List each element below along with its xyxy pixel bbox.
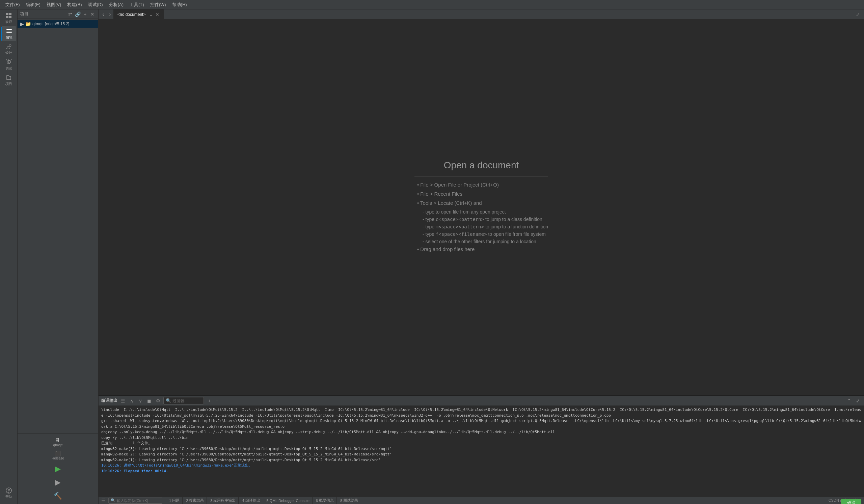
output-line-3: copy /y ..\..\lib\Qt5Mqtt.dll ..\..\bin xyxy=(101,435,861,441)
tree-folder-icon: ▶ xyxy=(20,21,24,27)
kit-config-label: Release xyxy=(52,456,64,460)
open-doc-hint: Open a document • File > Open File or Pr… xyxy=(415,160,548,255)
menu-item-help[interactable]: 帮助(H) xyxy=(169,1,190,9)
confirm-button[interactable]: 确提 xyxy=(841,499,861,504)
kit-project-area[interactable]: 🖥 qtmqtt xyxy=(52,436,64,448)
hint-drag-drop: • Drag and drop files here xyxy=(415,246,548,252)
kit-config-area[interactable]: ⬛ Release xyxy=(50,450,65,462)
status-tab-qml[interactable]: 5 QML Debugger Console xyxy=(264,497,313,504)
status-tab-more[interactable]: ⋯ xyxy=(362,497,371,504)
locate-input[interactable] xyxy=(117,499,157,503)
menu-item-edit[interactable]: 编辑(E) xyxy=(23,1,43,9)
status-tab-appoutput[interactable]: 3 应用程序输出 xyxy=(207,497,239,504)
output-stop-btn[interactable]: ◼ xyxy=(146,397,153,404)
status-bar: ☰ 🔍 1 问题 2 搜索结果 3 应用程序输出 4 xyxy=(98,496,864,504)
output-toolbar: 编译输出 ☰ ∧ ∨ ◼ ⚙ 🔍 + − ⌃ ⤢ xyxy=(98,396,864,406)
sidebar-edit-label: 编辑 xyxy=(6,35,12,40)
tab-nav-prev[interactable]: ‹ xyxy=(100,11,107,18)
debug-button[interactable]: ▶ xyxy=(52,476,64,489)
output-down-btn[interactable]: ∨ xyxy=(137,397,144,404)
sidebar-item-debug[interactable]: 调试 xyxy=(1,57,16,72)
status-tab-search[interactable]: 2 搜索结果 xyxy=(183,497,207,504)
tab-label: <no document> xyxy=(118,12,145,17)
editor-area: Open a document • File > Open File or Pr… xyxy=(98,20,864,395)
panel-link-btn[interactable]: 🔗 xyxy=(75,11,81,17)
search-add-btn[interactable]: + xyxy=(206,397,213,404)
menu-item-analyze[interactable]: 分析(A) xyxy=(106,1,126,9)
menu-item-view[interactable]: 视图(V) xyxy=(44,1,64,9)
output-expand-btn[interactable]: ⤢ xyxy=(854,397,861,404)
sidebar-item-project[interactable]: 项目 xyxy=(1,73,16,88)
menu-item-controls[interactable]: 控件(W) xyxy=(147,1,169,9)
output-title: 编译输出 xyxy=(101,398,118,404)
output-line-7: mingw32-make[1]: Leaving directory 'C:/U… xyxy=(101,457,861,463)
hint-tools-locate: • Tools > Locate (Ctrl+K) and xyxy=(415,200,548,206)
panel-add-btn[interactable]: + xyxy=(82,11,88,17)
hint-sub-open: - type to open file from any open projec… xyxy=(415,209,548,214)
output-icon-btn[interactable]: ☰ xyxy=(119,397,126,404)
tab-no-document[interactable]: <no document> ⌄ ✕ xyxy=(113,10,164,20)
icon-sidebar: 欢迎 编辑 设计 调试 xyxy=(0,10,17,504)
menu-bar: 文件(F) 编辑(E) 视图(V) 构建(B) 调试(D) 分析(A) 工具(T… xyxy=(0,0,864,10)
svg-point-7 xyxy=(9,45,11,47)
status-tab-compile[interactable]: 4 编译输出 xyxy=(239,497,263,504)
status-tab-summary[interactable]: 6 概要信息 xyxy=(313,497,337,504)
output-panel: 编译输出 ☰ ∧ ∨ ◼ ⚙ 🔍 + − ⌃ ⤢ \i xyxy=(98,395,864,496)
menu-item-tools[interactable]: 工具(T) xyxy=(127,1,147,9)
hint-divider xyxy=(415,176,548,176)
sidebar-item-edit[interactable]: 编辑 xyxy=(1,26,16,41)
hint-code-method: m<space><pattern> xyxy=(436,224,484,230)
svg-rect-5 xyxy=(7,31,12,32)
tab-dropdown-icon[interactable]: ⌄ xyxy=(149,11,153,17)
output-line-8: 10:10:26: 进程"C:\Qt\Tools\mingw810_64\bin… xyxy=(101,463,861,469)
sidebar-item-welcome[interactable]: 欢迎 xyxy=(1,11,16,26)
left-bottom-btns: 🖥 qtmqtt ⬛ Release ▶ ▶ 🔨 xyxy=(17,433,98,504)
output-line-1: g++ -shared -Wl,-subsystem,windows -Wl,-… xyxy=(101,418,861,429)
panel-close-btn[interactable]: ✕ xyxy=(89,11,96,17)
tab-num-3: 3 xyxy=(210,499,212,503)
search-icon: 🔍 xyxy=(166,398,171,403)
tab-num-5: 5 xyxy=(267,499,269,503)
output-settings-btn[interactable]: ⚙ xyxy=(155,397,161,404)
tab-num-2: 2 xyxy=(186,499,188,503)
output-elapsed-text: 10:10:26: Elapsed time: 00:14. xyxy=(101,469,168,473)
hint-sub-filters: - select one of the other filters for ju… xyxy=(415,239,548,244)
right-area: ‹ › <no document> ⌄ ✕ ⤢ Open a document … xyxy=(98,10,864,504)
status-tab-test[interactable]: 8 测试结果 xyxy=(337,497,361,504)
output-up-btn[interactable]: ∧ xyxy=(128,397,135,404)
output-content[interactable]: \include -I..\..\include\QtMqtt -I..\..\… xyxy=(98,406,864,496)
sidebar-item-help[interactable]: 帮助 xyxy=(1,486,16,501)
hint-file-open: • File > Open File or Project (Ctrl+O) xyxy=(415,182,548,187)
svg-point-10 xyxy=(9,492,9,493)
sidebar-item-design[interactable]: 设计 xyxy=(1,42,16,57)
menu-item-debug[interactable]: 调试(D) xyxy=(85,1,106,9)
tree-item-root[interactable]: ▶ 📁 qtmqtt [origin/5.15.2] xyxy=(17,20,98,28)
menu-item-file[interactable]: 文件(F) xyxy=(3,1,23,9)
tab-close-icon[interactable]: ✕ xyxy=(155,12,159,17)
output-search-input[interactable] xyxy=(172,398,200,403)
tree-project-icon: 📁 xyxy=(25,21,31,27)
build-button[interactable]: 🔨 xyxy=(52,490,64,502)
tab-label-problems: 问题 xyxy=(172,498,180,503)
locate-search-box: 🔍 xyxy=(108,497,162,504)
tab-expand-btn[interactable]: ⤢ xyxy=(853,12,863,17)
status-tab-problems[interactable]: 1 问题 xyxy=(166,497,183,504)
panel-sync-btn[interactable]: ⇄ xyxy=(67,11,73,17)
menu-item-build[interactable]: 构建(B) xyxy=(64,1,84,9)
output-line-4: 已复制 1 个文件。 xyxy=(101,441,861,446)
search-minus-btn[interactable]: − xyxy=(213,397,220,404)
hint-sub-class: - type c<space><pattern> to jump to a cl… xyxy=(415,217,548,222)
sidebar-toggle-btn[interactable]: ☰ xyxy=(101,498,106,503)
hint-code-file: f<space><filename> xyxy=(436,231,487,237)
hint-sub-method: - type m<space><pattern> to jump to a fu… xyxy=(415,224,548,230)
hint-recent-files: • File > Recent Files xyxy=(415,191,548,197)
output-search-box: 🔍 xyxy=(163,397,204,405)
run-button[interactable]: ▶ xyxy=(52,463,64,475)
tab-nav-next[interactable]: › xyxy=(107,11,113,18)
kit-label: qtmqtt xyxy=(53,443,63,447)
release-icon: ⬛ xyxy=(55,451,61,456)
svg-rect-4 xyxy=(7,29,12,30)
output-scroll-up-btn[interactable]: ⌃ xyxy=(846,397,853,404)
sidebar-help-label: 帮助 xyxy=(5,494,12,499)
output-process-link[interactable]: 10:10:26: 进程"C:\Qt\Tools\mingw810_64\bin… xyxy=(101,463,252,468)
